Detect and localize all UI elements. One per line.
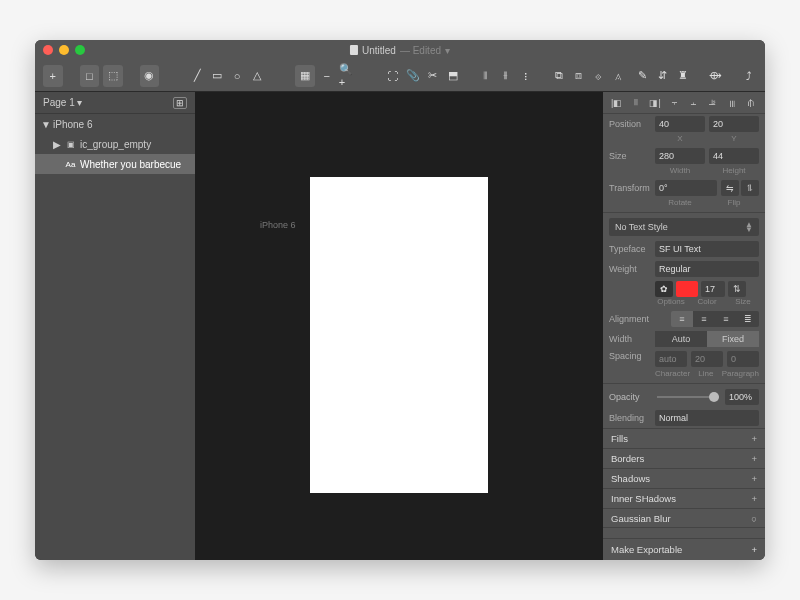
add-shadow-button[interactable]: + [751, 473, 757, 484]
layer-group[interactable]: ▶ ▣ ic_group_empty [35, 134, 195, 154]
mirror-button[interactable]: ⇵ [655, 65, 671, 87]
add-button[interactable]: + [43, 65, 63, 87]
edit-button[interactable]: ✎ [635, 65, 651, 87]
make-exportable-row[interactable]: Make Exportable + [603, 538, 765, 560]
title-dropdown-icon[interactable]: ▾ [445, 45, 450, 56]
spacing-row: Spacing auto 20 0 [603, 349, 765, 369]
disclosure-triangle-icon[interactable]: ▼ [41, 119, 49, 130]
add-page-button[interactable]: ⊞ [173, 97, 187, 109]
text-options-button[interactable]: ✿ [655, 281, 673, 297]
rotate-input[interactable]: 0° [655, 180, 717, 196]
artboard-title[interactable]: iPhone 6 [260, 220, 296, 230]
distribute-button[interactable]: ⫶ [518, 65, 534, 87]
shadows-section[interactable]: Shadows+ [603, 468, 765, 488]
artboard[interactable] [310, 177, 488, 493]
scissors-button[interactable]: ✂ [425, 65, 441, 87]
main-toolbar: + □ ⬚ ◉ ╱ ▭ ○ △ ▦ − 🔍+ ⛶ 📎 ✂ ⬒ ⫴ ⫵ ⫶ ⧉ ⧈… [35, 60, 765, 92]
height-input[interactable]: 44 [709, 148, 759, 164]
character-spacing-input[interactable]: auto [655, 351, 687, 367]
mask-button[interactable]: ⛶ [385, 65, 401, 87]
ungroup-button[interactable]: ⬚ [103, 65, 123, 87]
flip-v-button[interactable]: ⥮ [741, 180, 759, 196]
rect-tool-icon[interactable]: ▭ [209, 65, 225, 87]
titlebar[interactable]: Untitled — Edited ▾ [35, 40, 765, 60]
add-border-button[interactable]: + [751, 453, 757, 464]
align-top-icon[interactable]: ⫟ [667, 96, 681, 110]
text-color-swatch[interactable] [676, 281, 698, 297]
inner-shadows-section[interactable]: Inner SHadows+ [603, 488, 765, 508]
text-align-justify-button[interactable]: ≣ [737, 311, 759, 327]
distribute-h-icon[interactable]: ⫼ [725, 96, 739, 110]
folder-icon: ▣ [65, 139, 76, 150]
zoom-window-button[interactable] [75, 45, 85, 55]
typeface-select[interactable]: SF UI Text [655, 241, 759, 257]
width-input[interactable]: 280 [655, 148, 705, 164]
export-button[interactable]: ⟴ [708, 65, 724, 87]
fills-section[interactable]: Fills+ [603, 428, 765, 448]
line-spacing-input[interactable]: 20 [691, 351, 723, 367]
blur-toggle-icon[interactable]: ○ [751, 513, 757, 524]
opacity-slider[interactable] [657, 396, 719, 398]
width-auto-button[interactable]: Auto [655, 331, 707, 347]
slider-knob[interactable] [709, 392, 719, 402]
preview-button[interactable]: ♜ [675, 65, 691, 87]
zoom-in-button[interactable]: 🔍+ [339, 65, 355, 87]
page-dropdown-icon: ▾ [77, 97, 82, 108]
position-y-input[interactable]: 20 [709, 116, 759, 132]
weight-select[interactable]: Regular [655, 261, 759, 277]
traffic-lights [43, 45, 85, 55]
minimize-window-button[interactable] [59, 45, 69, 55]
close-window-button[interactable] [43, 45, 53, 55]
add-inner-shadow-button[interactable]: + [751, 493, 757, 504]
grid-button[interactable]: ▦ [295, 65, 315, 87]
add-export-button[interactable]: + [751, 544, 757, 555]
page-selector[interactable]: Page 1 ▾ ⊞ [35, 92, 195, 114]
share-button[interactable]: ⤴ [741, 65, 757, 87]
layer-text-selected[interactable]: Aa Whether you barbecue [35, 154, 195, 174]
backward-button[interactable]: ⧈ [571, 65, 587, 87]
flatten-button[interactable]: ⬒ [445, 65, 461, 87]
align-bottom-icon[interactable]: ⫡ [706, 96, 720, 110]
layer-artboard[interactable]: ▼ iPhone 6 [35, 114, 195, 134]
distribute-v-button[interactable]: ⫵ [498, 65, 514, 87]
rear-button[interactable]: ⟑ [611, 65, 627, 87]
blending-select[interactable]: Normal [655, 410, 759, 426]
width-label: Width [655, 166, 705, 175]
font-size-stepper[interactable]: ⇅ [728, 281, 746, 297]
position-x-input[interactable]: 40 [655, 116, 705, 132]
align-center-h-icon[interactable]: ⫴ [629, 96, 643, 110]
triangle-tool-icon[interactable]: △ [249, 65, 265, 87]
x-label: X [655, 134, 705, 143]
group-button[interactable]: □ [80, 65, 100, 87]
line-tool-icon[interactable]: ╱ [189, 65, 205, 87]
width-fixed-button[interactable]: Fixed [707, 331, 759, 347]
disclosure-triangle-icon[interactable]: ▶ [53, 139, 61, 150]
align-right-icon[interactable]: ◨| [648, 96, 662, 110]
opacity-input[interactable]: 100% [725, 389, 759, 405]
canvas[interactable]: iPhone 6 [195, 92, 603, 560]
align-center-v-icon[interactable]: ⫠ [687, 96, 701, 110]
size-label: Size [609, 151, 651, 161]
link-button[interactable]: 📎 [405, 65, 421, 87]
font-size-input[interactable]: 17 [701, 281, 725, 297]
front-button[interactable]: ⟐ [591, 65, 607, 87]
flip-h-button[interactable]: ⇋ [721, 180, 739, 196]
forward-button[interactable]: ⧉ [551, 65, 567, 87]
distribute-v-icon[interactable]: ⫛ [744, 96, 758, 110]
distribute-h-button[interactable]: ⫴ [478, 65, 494, 87]
paragraph-spacing-input[interactable]: 0 [727, 351, 759, 367]
add-fill-button[interactable]: + [751, 433, 757, 444]
layer-label: iPhone 6 [53, 119, 92, 130]
text-style-select[interactable]: No Text Style ▲▼ [609, 218, 759, 236]
window-title[interactable]: Untitled — Edited ▾ [350, 45, 450, 56]
position-row: Position 40 20 [603, 114, 765, 134]
oval-tool-icon[interactable]: ○ [229, 65, 245, 87]
align-left-icon[interactable]: |◧ [610, 96, 624, 110]
text-align-center-button[interactable]: ≡ [693, 311, 715, 327]
zoom-out-button[interactable]: − [319, 65, 335, 87]
text-align-left-button[interactable]: ≡ [671, 311, 693, 327]
borders-section[interactable]: Borders+ [603, 448, 765, 468]
text-align-right-button[interactable]: ≡ [715, 311, 737, 327]
insert-symbol-button[interactable]: ◉ [140, 65, 160, 87]
blur-section[interactable]: Gaussian Blur○ [603, 508, 765, 528]
